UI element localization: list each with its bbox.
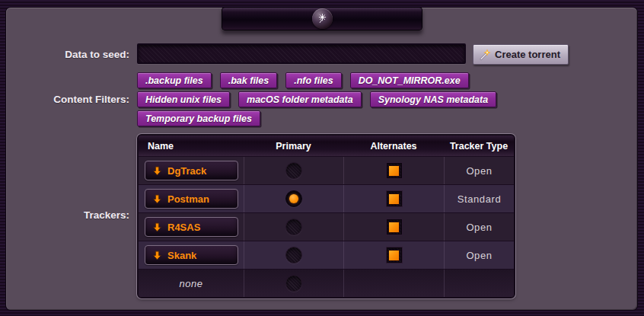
data-to-seed-label: Data to seed: [0,49,129,60]
table-row: R4SAS Open [139,212,514,241]
alternates-checkbox[interactable] [387,219,402,235]
tracker-type: Open [466,165,492,177]
content-filters-group: .backup files .bak files .nfo files DO_N… [137,72,502,129]
filter-chip[interactable]: macOS folder metadata [238,91,362,107]
alternates-checkbox[interactable] [387,247,402,263]
alternates-checkbox[interactable] [387,191,402,206]
primary-radio[interactable] [285,162,302,179]
alternates-checkbox[interactable] [387,163,402,178]
trackers-table-header: Name Primary Alternates Tracker Type [139,136,514,156]
table-row: Skank Open [139,241,514,269]
primary-radio[interactable] [285,219,302,235]
tracker-type: Open [466,250,492,261]
create-torrent-button[interactable]: Create torrent [473,44,569,65]
magic-wand-icon [479,49,491,61]
primary-radio[interactable] [285,247,302,263]
filter-chip[interactable]: Temporary backup files [137,110,260,126]
tracker-link-r4sas[interactable]: R4SAS [145,217,238,237]
filter-chip[interactable]: Hidden unix files [137,91,230,107]
download-arrow-icon [152,222,162,232]
snark-logo-button[interactable] [222,7,422,30]
table-row: Postman Standard [139,184,514,212]
content-filters-label: Content Filters: [0,94,129,105]
tracker-link-postman[interactable]: Postman [145,189,238,209]
filter-chip[interactable]: DO_NOT_MIRROR.exe [350,72,469,88]
table-row-none: none [139,269,514,297]
tracker-type: Open [466,222,492,233]
filter-chip[interactable]: Synology NAS metadata [370,91,496,107]
column-header-name: Name [139,141,244,152]
primary-radio[interactable] [285,190,302,207]
download-arrow-icon [152,194,162,204]
column-header-primary: Primary [244,141,343,152]
primary-radio[interactable] [285,275,302,292]
tracker-name-none: none [139,278,244,289]
create-torrent-label: Create torrent [495,49,560,60]
table-row: DgTrack Open [139,156,514,184]
data-to-seed-input[interactable] [137,43,466,64]
tracker-type: Standard [457,193,502,205]
filter-chip[interactable]: .nfo files [285,72,341,88]
trackers-label: Trackers: [0,209,129,221]
tracker-link-dgtrack[interactable]: DgTrack [145,161,238,180]
snark-sparkle-icon [312,8,333,29]
download-arrow-icon [152,166,162,176]
filter-chip[interactable]: .backup files [137,72,212,88]
tracker-link-skank[interactable]: Skank [145,245,238,265]
column-header-alternates: Alternates [343,141,444,152]
filter-chip[interactable]: .bak files [220,72,278,88]
trackers-table: Name Primary Alternates Tracker Type DgT… [137,134,515,298]
download-arrow-icon [152,251,162,260]
column-header-tracker-type: Tracker Type [444,141,514,152]
